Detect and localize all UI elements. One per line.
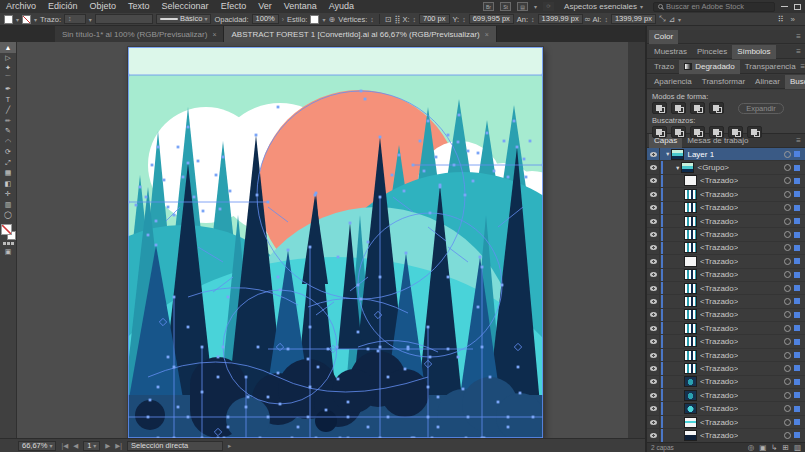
layer-name[interactable]: <Trazado> — [700, 310, 738, 319]
bridge-icon[interactable]: Br — [483, 2, 494, 11]
layer-name[interactable]: <Trazado> — [700, 257, 738, 266]
style-swatch[interactable] — [310, 15, 319, 24]
panel-tab-símbolos[interactable]: Símbolos — [732, 45, 775, 59]
screen-mode-icon[interactable]: ▣ — [5, 248, 12, 256]
visibility-toggle[interactable] — [647, 269, 660, 281]
transform-icon[interactable]: ⤡ — [659, 14, 665, 24]
target-circle[interactable] — [784, 244, 791, 251]
isolate-selection-icon[interactable]: ⊡ — [385, 15, 392, 24]
selection-chip[interactable] — [794, 339, 800, 345]
layer-row[interactable]: <Trazado> — [647, 389, 805, 402]
stepper-icon[interactable]: ↕ — [412, 16, 416, 23]
menos-frente-button[interactable] — [671, 102, 686, 114]
brush-definition-dropdown[interactable]: Básico ▾ — [156, 14, 212, 24]
menu-item-efecto[interactable]: Efecto — [215, 0, 253, 13]
layer-row[interactable]: <Trazado> — [647, 362, 805, 375]
panel-tab-muestras[interactable]: Muestras — [649, 45, 692, 59]
layer-name[interactable]: <Trazado> — [700, 270, 738, 279]
chevron-down-icon[interactable]: ▾ — [89, 16, 92, 23]
eraser-tool[interactable]: ◠ — [0, 137, 16, 148]
stepper-icon[interactable]: ↕ — [462, 16, 466, 23]
visibility-toggle[interactable] — [647, 295, 660, 307]
reference-point-locator[interactable]: ⣿ — [395, 15, 400, 24]
scale-tool[interactable]: ⤢ — [0, 158, 16, 169]
target-circle[interactable] — [784, 177, 791, 184]
visibility-toggle[interactable] — [647, 215, 660, 227]
stepper-icon[interactable]: ↕ — [370, 16, 374, 23]
link-dimensions-icon[interactable]: 8 — [584, 17, 591, 21]
panel-tab-buscatrazos[interactable]: Buscatrazos — [785, 75, 805, 89]
chevron-down-icon[interactable]: ▾ — [34, 16, 37, 23]
menu-item-ver[interactable]: Ver — [252, 0, 278, 13]
layer-name[interactable]: <Grupo> — [697, 163, 729, 172]
graph-tool[interactable]: ▥ — [0, 200, 16, 211]
layer-name[interactable]: <Trazado> — [700, 230, 738, 239]
opacity-field[interactable]: 100% — [252, 14, 279, 24]
arrange-documents-icon[interactable]: ▤ — [517, 2, 528, 11]
last-artboard-button[interactable]: ▶| — [115, 442, 122, 450]
lasso-tool[interactable]: ⌒ — [0, 74, 16, 85]
layer-name[interactable]: <Trazado> — [700, 351, 738, 360]
visibility-toggle[interactable] — [647, 335, 660, 347]
layer-row[interactable]: ▼<Grupo> — [647, 161, 805, 174]
stock-icon[interactable]: St — [500, 2, 511, 11]
selection-chip[interactable] — [794, 406, 800, 412]
panel-tab-color[interactable]: Color — [649, 30, 678, 44]
selection-chip[interactable] — [794, 365, 800, 371]
target-circle[interactable] — [784, 325, 791, 332]
shear-icon[interactable]: ⊿ — [668, 15, 675, 24]
excluir-button[interactable] — [709, 102, 724, 114]
chevron-down-icon[interactable]: ▾ — [678, 16, 681, 23]
layer-row[interactable]: <Trazado> — [647, 215, 805, 228]
magic-wand-tool[interactable]: ✦ — [0, 63, 16, 74]
target-circle[interactable] — [784, 352, 791, 359]
target-circle[interactable] — [784, 405, 791, 412]
collapse-panels-icon[interactable]: » — [791, 15, 795, 24]
visibility-toggle[interactable] — [647, 228, 660, 240]
window-minimize-button[interactable] — [781, 6, 788, 7]
visibility-toggle[interactable] — [647, 402, 660, 414]
pencil-tool[interactable]: ✎ — [0, 126, 16, 137]
layer-row[interactable]: <Trazado> — [647, 322, 805, 335]
document-tab-2[interactable]: ABSTRACT FOREST 1 [Convertido].ai al 66,… — [224, 26, 496, 42]
visibility-toggle[interactable] — [647, 429, 660, 441]
layer-name[interactable]: <Trazado> — [700, 284, 738, 293]
formar-interseccion-button[interactable] — [690, 102, 705, 114]
arrange-documents-icon[interactable]: ⠿ — [778, 15, 783, 24]
selection-chip[interactable] — [794, 258, 800, 264]
artboard-number-field[interactable]: 1▾ — [83, 441, 100, 451]
width-field[interactable]: 1399,99 px — [538, 14, 583, 24]
cortar-button[interactable] — [671, 126, 686, 138]
visibility-toggle[interactable] — [647, 161, 660, 173]
y-field[interactable]: 699,995 px — [469, 14, 514, 24]
panel-menu-icon[interactable]: ≡ — [801, 62, 805, 71]
panel-tab-transparencia[interactable]: Transparencia — [740, 60, 801, 74]
nueva-capa-icon[interactable]: ⊞ — [783, 443, 789, 452]
menu-item-archivo[interactable]: Archivo — [0, 0, 42, 13]
visibility-toggle[interactable] — [647, 202, 660, 214]
layer-name[interactable]: <Trazado> — [700, 176, 738, 185]
selection-chip[interactable] — [794, 232, 800, 238]
stepper-icon[interactable]: ↕ — [68, 15, 72, 23]
visibility-toggle[interactable] — [647, 175, 660, 187]
panel-menu-icon[interactable]: ≡ — [796, 136, 801, 145]
unificar-button[interactable] — [652, 102, 667, 114]
layer-row[interactable]: <Trazado> — [647, 376, 805, 389]
layer-name[interactable]: <Trazado> — [700, 297, 738, 306]
layer-name[interactable]: <Trazado> — [700, 391, 738, 400]
selection-chip[interactable] — [794, 352, 800, 358]
target-circle[interactable] — [784, 191, 791, 198]
disclosure-triangle-icon[interactable]: ▼ — [665, 151, 670, 157]
stepper-icon[interactable]: ↕ — [531, 16, 535, 23]
layer-row[interactable]: <Trazado> — [647, 416, 805, 429]
panel-tab-alinear[interactable]: Alinear — [750, 75, 785, 89]
menu-item-seleccionar[interactable]: Seleccionar — [156, 0, 215, 13]
panel-tab-apariencia[interactable]: Apariencia — [649, 75, 697, 89]
visibility-toggle[interactable] — [647, 255, 660, 267]
selection-chip[interactable] — [794, 312, 800, 318]
selection-chip[interactable] — [794, 165, 800, 171]
recortar-button[interactable] — [709, 126, 724, 138]
target-circle[interactable] — [784, 311, 791, 318]
layer-row[interactable]: <Trazado> — [647, 175, 805, 188]
panel-menu-icon[interactable]: ≡ — [796, 47, 801, 56]
